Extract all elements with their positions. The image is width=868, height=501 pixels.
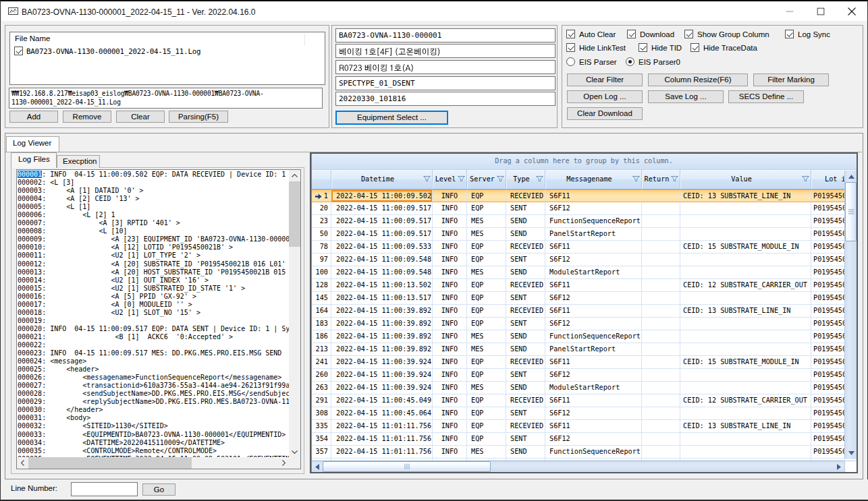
equipment-select-button[interactable]: Equipment Select ...: [335, 111, 448, 125]
grid-cell-lot[interactable]: P0195450021B: [811, 356, 844, 369]
filter-funnel-icon[interactable]: [536, 176, 543, 181]
grid-cell-type[interactable]: RECEVIED: [506, 420, 545, 433]
grid-cell-datetime[interactable]: 2022-04-15 11:00:13.502: [331, 279, 433, 292]
filter-marking-button[interactable]: Filter Marking: [753, 73, 829, 86]
grid-cell-ind[interactable]: 241: [311, 356, 331, 369]
grid-cell-datetime[interactable]: 2022-04-15 11:00:45.064: [331, 407, 433, 420]
grid-cell-message[interactable]: S6F12: [545, 292, 642, 305]
grid-cell-server[interactable]: EQP: [467, 202, 506, 215]
grid-cell-message[interactable]: PanelStartReport: [545, 228, 642, 241]
grid-cell-level[interactable]: INFO: [433, 279, 467, 292]
grid-cell-message[interactable]: S6F11: [545, 356, 642, 369]
grid-cell-lot[interactable]: P0195450021B: [811, 446, 844, 459]
grid-cell-message[interactable]: ModuleStartReport: [545, 382, 642, 394]
file-list-column-header[interactable]: File Name: [15, 34, 50, 42]
grid-cell-datetime[interactable]: 2022-04-15 11:00:45.049: [331, 394, 433, 407]
tab-execption[interactable]: Execption: [57, 155, 100, 168]
grid-cell-value[interactable]: [680, 215, 811, 228]
grid-cell-server[interactable]: MES: [467, 266, 506, 279]
grid-cell-level[interactable]: INFO: [433, 215, 467, 228]
grid-cell-value[interactable]: CEID: 13 SUBSTRATE_LINE_IN: [680, 189, 811, 202]
grid-cell-return[interactable]: [642, 241, 680, 254]
grid-column-header-value[interactable]: Value: [680, 170, 811, 189]
grid-row-354[interactable]: 3542022-04-15 11:01:11.756INFOEQPSENTS6F…: [311, 433, 844, 446]
grid-cell-return[interactable]: [642, 446, 680, 459]
filter-funnel-icon[interactable]: [802, 176, 809, 181]
grid-cell-datetime[interactable]: 2022-04-15 11:01:11.756: [331, 420, 433, 433]
grid-cell-lot[interactable]: P0195450021B: [811, 330, 844, 343]
grid-cell-level[interactable]: INFO: [433, 343, 467, 356]
grid-row-50[interactable]: 502022-04-15 11:00:09.517INFOMESSENDPane…: [311, 228, 844, 241]
spec-date-field[interactable]: 20220330_101816: [335, 92, 555, 106]
grid-cell-lot[interactable]: P0195450021B: [811, 266, 844, 279]
grid-cell-ind[interactable]: 357: [311, 446, 331, 459]
grid-cell-type[interactable]: SENT: [506, 407, 545, 420]
grid-cell-lot[interactable]: P0195450021B: [811, 241, 844, 254]
grid-scroll-down-icon[interactable]: [845, 447, 857, 459]
line-number-input[interactable]: [71, 482, 138, 496]
grid-cell-message[interactable]: S6F11: [545, 305, 642, 318]
filter-funnel-icon[interactable]: [458, 176, 465, 181]
grid-cell-message[interactable]: S6F11: [545, 189, 642, 202]
grid-cell-type[interactable]: SEND: [506, 215, 545, 228]
grid-cell-lot[interactable]: P0195450021B: [811, 215, 844, 228]
grid-cell-value[interactable]: [680, 446, 811, 459]
grid-row-213[interactable]: 2132022-04-15 11:00:39.892INFOMESSENDPan…: [311, 343, 844, 356]
grid-cell-server[interactable]: MES: [467, 215, 506, 228]
grid-cell-value[interactable]: CEID: 13 SUBSTRATE_LINE_IN: [680, 420, 811, 433]
grid-cell-message[interactable]: S6F12: [545, 433, 642, 446]
grid-cell-return[interactable]: [642, 228, 680, 241]
grid-cell-lot[interactable]: P0195450021B: [811, 382, 844, 394]
grid-cell-type[interactable]: SENT: [506, 369, 545, 382]
grid-cell-ind[interactable]: 1: [311, 189, 331, 202]
grid-cell-value[interactable]: [680, 369, 811, 382]
maximize-button[interactable]: [805, 1, 836, 21]
grid-cell-type[interactable]: SEND: [506, 228, 545, 241]
file-path-box[interactable]: ₩₩192.168.8.217₩eisap03_eislog₩BA0723-OV…: [9, 88, 323, 109]
grid-row-1[interactable]: 12022-04-15 11:00:09.502INFOEQPRECEVIEDS…: [311, 189, 844, 202]
grid-cell-ind[interactable]: 20: [311, 202, 331, 215]
grid-cell-return[interactable]: [642, 433, 680, 446]
grid-cell-message[interactable]: S6F12: [545, 254, 642, 266]
grid-row-164[interactable]: 1642022-04-15 11:00:39.892INFOEQPRECEVIE…: [311, 305, 844, 318]
grid-cell-value[interactable]: [680, 254, 811, 266]
grid-cell-message[interactable]: S6F12: [545, 407, 642, 420]
grid-row-78[interactable]: 782022-04-15 11:00:09.533INFOEQPRECEVIED…: [311, 241, 844, 254]
grid-cell-datetime[interactable]: 2022-04-15 11:01:11.756: [331, 446, 433, 459]
tab-log-files[interactable]: Log Files: [11, 152, 57, 168]
grid-cell-lot[interactable]: P0195450021B: [811, 189, 844, 202]
grid-row-145[interactable]: 1452022-04-15 11:00:13.517INFOEQPSENTS6F…: [311, 292, 844, 305]
grid-cell-level[interactable]: INFO: [433, 292, 467, 305]
grid-cell-ind[interactable]: 260: [311, 369, 331, 382]
grid-cell-server[interactable]: MES: [467, 446, 506, 459]
grid-cell-lot[interactable]: P0195450021B: [811, 343, 844, 356]
grid-row-291[interactable]: 2912022-04-15 11:00:45.049INFOEQPRECEVIE…: [311, 394, 844, 407]
grid-cell-server[interactable]: MES: [467, 382, 506, 394]
grid-cell-lot[interactable]: P0195450021B: [811, 254, 844, 266]
clear-filter-button[interactable]: Clear Filter: [567, 73, 643, 86]
grid-cell-value[interactable]: [680, 318, 811, 330]
grid-cell-level[interactable]: INFO: [433, 369, 467, 382]
grid-cell-message[interactable]: S6F12: [545, 202, 642, 215]
equipment-id-field[interactable]: BA0723-OVNA-1130-000001: [335, 28, 555, 42]
grid-row-260[interactable]: 2602022-04-15 11:00:39.924INFOEQPSENTS6F…: [311, 369, 844, 382]
grid-row-335[interactable]: 3352022-04-15 11:01:11.756INFOEQPRECEVIE…: [311, 420, 844, 433]
grid-cell-server[interactable]: EQP: [467, 420, 506, 433]
filter-funnel-icon[interactable]: [423, 176, 431, 181]
grid-cell-return[interactable]: [642, 202, 680, 215]
grid-cell-level[interactable]: INFO: [433, 266, 467, 279]
grid-cell-type[interactable]: SEND: [506, 382, 545, 394]
grid-cell-level[interactable]: INFO: [433, 254, 467, 266]
secs-define-button[interactable]: SECS Define ...: [728, 90, 804, 103]
file-list[interactable]: File Name BA0723-OVNA-1130-000001_2022-0…: [9, 32, 325, 85]
grid-cell-level[interactable]: INFO: [433, 330, 467, 343]
grid-row-308[interactable]: 3082022-04-15 11:00:45.064INFOEQPSENTS6F…: [311, 407, 844, 420]
grid-cell-type[interactable]: RECEVIED: [506, 279, 545, 292]
grid-cell-level[interactable]: INFO: [433, 228, 467, 241]
grid-column-header-datetime[interactable]: Datetime: [331, 170, 433, 189]
log-text-area[interactable]: 000001: INFO 04-15 11:00:09.502 EQP: DAT…: [16, 169, 301, 469]
grid-cell-datetime[interactable]: 2022-04-15 11:00:39.924: [331, 369, 433, 382]
grid-cell-lot[interactable]: P0195450021B: [811, 407, 844, 420]
grid-cell-datetime[interactable]: 2022-04-15 11:00:09.548: [331, 254, 433, 266]
grid-cell-server[interactable]: EQP: [467, 254, 506, 266]
